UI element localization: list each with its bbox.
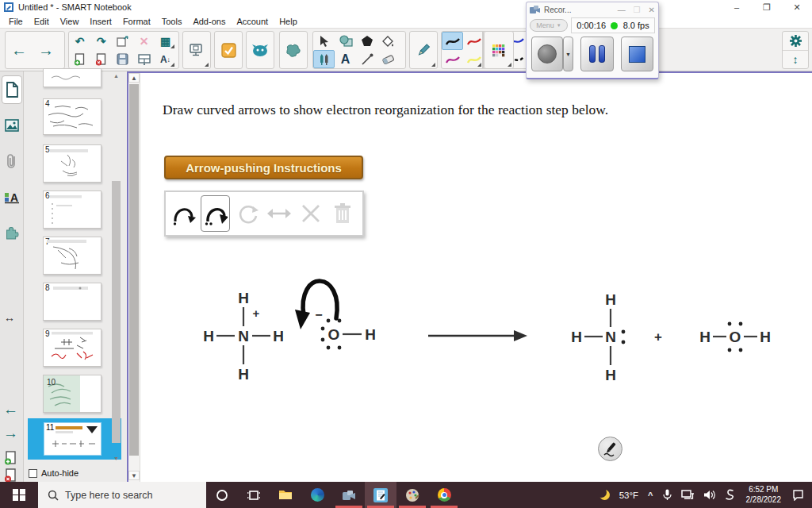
page-back-button[interactable]: ← [3, 401, 18, 418]
hydroxide-structure: − O H [315, 308, 376, 349]
stop-button[interactable] [621, 37, 654, 71]
delete-button[interactable]: ✕ [133, 32, 155, 50]
previous-page-button[interactable]: ← [6, 32, 33, 68]
cortana-button[interactable] [206, 482, 238, 508]
menu-addons[interactable]: Add-ons [187, 16, 231, 27]
polygon-tool-button[interactable] [356, 32, 377, 50]
tab-attachments[interactable] [2, 147, 22, 175]
page-menu-dropdown-icon[interactable] [86, 426, 98, 433]
tab-addons[interactable] [2, 218, 22, 247]
clock[interactable]: 6:52 PM 2/28/2022 [740, 485, 788, 505]
pen-widget-button[interactable] [598, 437, 622, 461]
svg-text:H: H [605, 291, 616, 308]
menu-help[interactable]: Help [274, 16, 303, 27]
resize-panel-handle[interactable]: ↔ [4, 311, 15, 324]
tab-properties[interactable]: A [2, 183, 22, 211]
page-forward-button[interactable]: → [3, 425, 18, 442]
thumb-scroll-up-icon[interactable]: ▲ [111, 73, 121, 79]
delete-page-sidebar-button[interactable] [4, 468, 17, 483]
paste-button[interactable] [112, 32, 133, 50]
weather-temperature[interactable]: 53°F [615, 482, 643, 508]
menu-edit[interactable]: Edit [29, 16, 55, 27]
microphone-tray-icon[interactable] [658, 482, 676, 508]
record-options-dropdown[interactable]: ▼ [563, 37, 573, 71]
taskbar-search-input[interactable]: Type here to search [38, 482, 206, 508]
start-button[interactable] [0, 482, 38, 508]
pen-color-magenta[interactable] [442, 50, 463, 68]
minimize-button[interactable]: – [722, 2, 752, 13]
smart-board-tray-icon[interactable] [720, 482, 740, 508]
undo-button[interactable]: ↶ [69, 32, 90, 50]
smart-creature-icon[interactable] [247, 32, 274, 68]
color-palette-button[interactable] [485, 32, 511, 68]
recorder-menu-button[interactable]: Menu▼ [530, 19, 568, 32]
close-button[interactable]: ✕ [782, 2, 812, 13]
page-canvas[interactable]: ▲ ▼ Draw curved arrows to show electron … [127, 71, 812, 482]
save-button[interactable] [112, 50, 133, 68]
file-explorer-button[interactable] [270, 482, 301, 508]
response-check-button[interactable] [215, 32, 242, 68]
add-page-sidebar-button[interactable] [4, 451, 17, 465]
smart-notebook-taskbar-button[interactable] [365, 482, 396, 508]
thumbnail-page-7[interactable]: 7 [43, 237, 102, 275]
pen-color-red[interactable] [463, 32, 485, 50]
menu-account[interactable]: Account [231, 16, 274, 27]
edge-button[interactable] [301, 482, 333, 508]
curved-electron-arrow[interactable] [295, 281, 337, 329]
thumbnail-page-5[interactable]: 5 [43, 144, 102, 183]
menu-file[interactable]: File [3, 16, 29, 27]
thumbnail-page-6[interactable]: 6 [43, 190, 102, 229]
recorder-close-button[interactable]: ✕ [649, 6, 655, 14]
pen-color-black[interactable] [442, 32, 463, 50]
chrome-taskbar-button[interactable] [428, 482, 460, 508]
action-center-button[interactable] [787, 482, 812, 508]
table-button[interactable]: ▦ [155, 32, 176, 50]
tab-page-sorter[interactable] [2, 75, 22, 104]
thumbnail-page-10[interactable]: 10 10 [43, 375, 102, 413]
next-page-button[interactable]: → [33, 32, 59, 68]
screen-capture-button[interactable] [183, 32, 210, 68]
settings-gear-button[interactable] [783, 32, 808, 51]
eraser-tool-button[interactable] [377, 50, 399, 68]
delete-page-button[interactable] [90, 50, 112, 68]
restore-button[interactable]: ❐ [752, 2, 782, 13]
record-button[interactable] [531, 37, 563, 71]
thumbnail-page-11-selected[interactable]: 11 [28, 418, 121, 460]
redo-button[interactable]: ↷ [90, 32, 112, 50]
thumb-scrollbar-thumb[interactable] [112, 181, 121, 443]
tray-overflow-chevron[interactable]: ^ [643, 482, 657, 508]
thumbnail-page-8[interactable]: 8 [43, 283, 102, 321]
recorder-taskbar-button[interactable] [333, 482, 365, 508]
add-page-button[interactable] [69, 50, 90, 68]
thumbnail-scrollbar[interactable]: ▲ ▼ [111, 73, 121, 464]
toolbar-move-button[interactable]: ↕ [793, 51, 799, 68]
volume-tray-icon[interactable] [699, 482, 720, 508]
smart-ink-taskbar-button[interactable] [396, 482, 428, 508]
pens-tool-button[interactable] [313, 50, 335, 68]
menu-tools[interactable]: Tools [156, 16, 188, 27]
pause-button[interactable] [580, 37, 614, 71]
tab-gallery[interactable] [2, 111, 22, 140]
text-tool-button[interactable]: A [335, 50, 356, 68]
auto-hide-checkbox[interactable] [29, 469, 37, 478]
network-tray-icon[interactable] [676, 482, 699, 508]
menu-view[interactable]: View [55, 16, 85, 27]
menu-format[interactable]: Format [117, 16, 156, 27]
menu-insert[interactable]: Insert [84, 16, 117, 27]
svg-text:A: A [10, 191, 18, 204]
thumb-scroll-down-icon[interactable]: ▼ [111, 456, 121, 461]
recorder-minimize-button[interactable]: — [618, 6, 626, 14]
thumbnail-page-9[interactable]: 9 [43, 329, 102, 367]
weather-moon-icon[interactable] [595, 482, 615, 508]
select-tool-button[interactable] [313, 32, 335, 50]
thumbnail-page-4[interactable]: 4 [43, 98, 102, 135]
shapes-tool-button[interactable] [335, 32, 356, 50]
fill-tool-button[interactable] [377, 32, 399, 50]
sort-text-button[interactable]: A↓ [155, 50, 176, 68]
shape-recognition-button[interactable] [280, 32, 307, 68]
line-tool-button[interactable] [356, 50, 377, 68]
task-view-button[interactable] [238, 482, 270, 508]
thumbnail-page-partial[interactable] [43, 68, 102, 87]
screen-shade-button[interactable] [133, 50, 155, 68]
pen-button[interactable] [410, 32, 437, 68]
